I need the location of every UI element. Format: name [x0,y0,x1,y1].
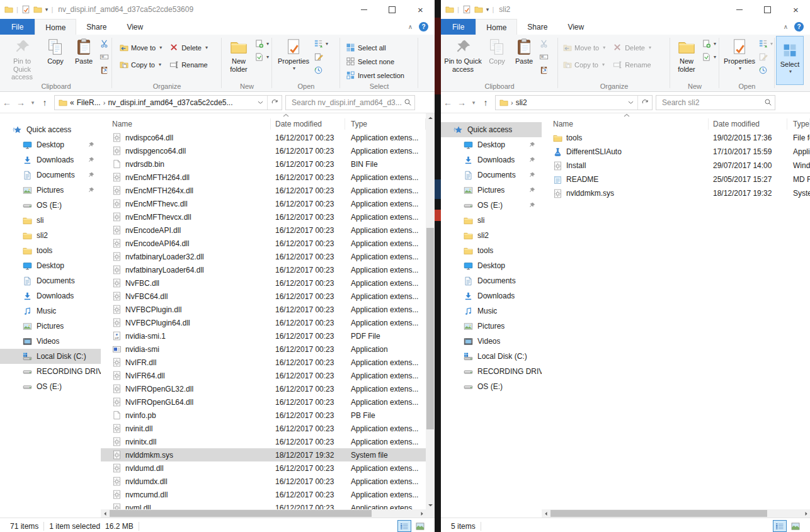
details-view-button[interactable] [773,520,787,532]
sidebar-item-sli[interactable]: sli [0,213,101,228]
copy-path-button[interactable]: W... [98,51,110,63]
sort-ascending-icon[interactable] [283,113,289,117]
minimize-button[interactable] [725,0,753,19]
copy-to-button[interactable]: Copy to▾ [561,58,607,71]
sidebar-item-desktop[interactable]: Desktop [0,137,101,152]
file-row[interactable]: nvinitx.dll16/12/2017 00:23Application e… [101,435,426,448]
file-row[interactable]: NvIFR.dll16/12/2017 00:23Application ext… [101,356,426,369]
file-row[interactable]: nvEncMFTH264.dll16/12/2017 00:23Applicat… [101,171,426,184]
search-input[interactable] [661,98,764,108]
file-row[interactable]: nvEncMFThevcx.dll16/12/2017 00:23Applica… [101,210,426,224]
copy-path-button[interactable]: W... [538,51,550,63]
file-row[interactable]: NvIFROpenGL32.dll16/12/2017 00:23Applica… [101,382,426,395]
sidebar-item-videos[interactable]: Videos [441,334,542,349]
select-button[interactable]: Select ▾ [776,36,804,85]
sidebar-item-local-disk-c[interactable]: Local Disk (C:) [0,349,101,364]
refresh-icon[interactable] [637,96,652,110]
copy-button[interactable]: Copy [484,37,510,66]
file-row[interactable]: nvfatbinaryLoader64.dll16/12/2017 00:23A… [101,263,426,276]
sidebar-item-documents[interactable]: Documents [0,167,101,183]
column-header-type[interactable]: Type [787,118,810,130]
pin-to-quick-access-button[interactable]: Pin to Quick access [442,37,484,74]
up-button[interactable]: ↑ [38,98,52,108]
sidebar-item-documents[interactable]: Documents [441,273,542,288]
open-item-button[interactable]: ▾ [757,38,774,50]
sort-ascending-icon[interactable] [624,113,630,117]
properties-qat-icon[interactable] [21,5,30,14]
sidebar-item-sli2[interactable]: sli2 [441,228,542,243]
new-folder-button[interactable]: New folder [673,37,700,74]
refresh-icon[interactable] [267,96,282,110]
recent-locations-icon[interactable]: ▾ [469,99,479,106]
column-header-date-modified[interactable]: Date modified [709,118,787,130]
edit-button[interactable] [757,51,774,63]
scroll-left-icon[interactable] [101,509,109,518]
file-row[interactable]: NVFBCPlugin64.dll16/12/2017 00:23Applica… [101,316,426,329]
sidebar-item-os-e[interactable]: OS (E:) [441,379,542,394]
thumbnails-view-button[interactable] [789,520,802,532]
scrollbar-thumb[interactable] [426,228,434,429]
sidebar-item-tools[interactable]: tools [441,243,542,258]
sidebar-item-downloads[interactable]: Downloads [441,288,542,303]
scrollbar-thumb[interactable] [110,510,372,517]
sidebar-item-recording-drive[interactable]: RECORDING DRIVE [441,364,542,379]
recent-locations-icon[interactable]: ▾ [28,99,38,106]
file-row[interactable]: README25/05/2017 15:27MD Fi [542,173,810,186]
new-item-button[interactable]: ▾ [700,38,717,50]
sidebar-item-documents[interactable]: Documents [441,167,542,183]
sidebar-item-downloads[interactable]: Downloads [0,288,101,303]
scroll-down-icon[interactable] [426,501,435,509]
sidebar-item-desktop[interactable]: Desktop [0,258,101,273]
file-row[interactable]: nvfatbinaryLoader32.dll16/12/2017 00:23A… [101,250,426,263]
sidebar-item-music[interactable]: Music [0,303,101,319]
easy-access-button[interactable]: ▾ [253,51,270,63]
qat-dropdown-icon[interactable]: ▾ [486,6,489,13]
sidebar-item-pictures[interactable]: Pictures [441,319,542,334]
collapse-ribbon-icon[interactable]: ∧ [408,23,413,30]
file-row[interactable]: nvEncodeAPI.dll16/12/2017 00:23Applicati… [101,224,426,237]
paste-shortcut-button[interactable] [98,64,110,76]
file-row[interactable]: NvIFROpenGL64.dll16/12/2017 00:23Applica… [101,395,426,409]
close-button[interactable]: × [782,0,810,19]
file-row[interactable]: nvldumdx.dll16/12/2017 00:23Application … [101,475,426,488]
tab-home[interactable]: Home [35,19,76,35]
file-row[interactable]: nvdispgenco64.dll16/12/2017 00:23Applica… [101,144,426,157]
tab-file[interactable]: File [441,19,476,35]
tab-home[interactable]: Home [476,19,517,35]
history-button[interactable] [757,64,774,76]
address-box[interactable]: « FileR... › nv_dispi.inf_amd64_d37ca5c2… [54,95,282,110]
file-row[interactable]: nvinfo.pb16/12/2017 00:23PB File [101,409,426,422]
scroll-up-icon[interactable] [426,113,435,122]
search-input[interactable] [290,98,404,108]
history-button[interactable] [312,64,329,76]
pin-to-quick-access-button[interactable]: Pin to Quick access [3,37,42,82]
breadcrumb-segment[interactable]: sli2 [516,98,527,107]
sidebar-item-desktop[interactable]: Desktop [441,137,542,152]
delete-button[interactable]: Delete▾ [611,41,653,54]
scroll-left-icon[interactable] [542,509,550,518]
file-row[interactable]: nvinit.dll16/12/2017 00:23Application ex… [101,422,426,435]
file-row[interactable]: nvlddmkm.sys18/12/2017 19:32System [542,186,810,200]
edit-button[interactable] [312,51,329,63]
file-row[interactable]: nvEncodeAPI64.dll16/12/2017 00:23Applica… [101,237,426,250]
properties-button[interactable]: Properties ▾ [722,37,757,72]
tab-share[interactable]: Share [517,19,557,35]
scroll-right-icon[interactable] [418,509,426,518]
copy-button[interactable]: Copy [42,37,69,66]
file-row[interactable]: nvlddmkm.sys18/12/2017 19:32System file [101,448,426,461]
delete-button[interactable]: Delete▾ [168,41,210,54]
sidebar-item-quick-access[interactable]: Quick access [441,122,542,137]
select-all-button[interactable]: Select all [344,41,406,54]
search-icon[interactable] [404,98,412,106]
search-icon[interactable] [764,98,772,106]
tab-view[interactable]: View [557,19,594,35]
file-row[interactable]: epdfnvidia-smi.116/12/2017 00:23PDF File [101,329,426,342]
address-dropdown-icon[interactable] [624,96,637,110]
rename-button[interactable]: Rename [168,58,210,71]
sidebar-item-sli2[interactable]: sli2 [0,228,101,243]
cut-button[interactable] [538,38,550,50]
file-row[interactable]: nvidia-smi16/12/2017 00:23Application [101,342,426,356]
sidebar-item-local-disk-c[interactable]: Local Disk (C:) [441,349,542,364]
file-row[interactable]: DifferentSLIAuto17/10/2017 15:59Applic [542,145,810,159]
tab-share[interactable]: Share [76,19,117,35]
